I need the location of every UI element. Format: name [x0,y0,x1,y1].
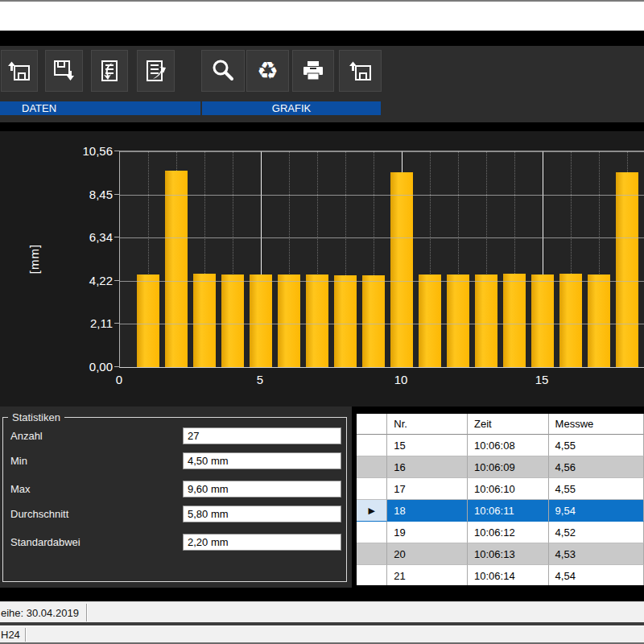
bar-value-1 [137,275,159,367]
stat-value-max[interactable]: 9,60 mm [183,481,341,497]
toolbar: ♻ DATEN [0,46,644,122]
cell-messwert[interactable]: 9,54 [549,500,644,522]
cell-nr[interactable]: 21 [387,565,468,585]
column-header-nr[interactable]: Nr. [387,414,468,435]
table-row[interactable]: 1610:06:094,56 [357,456,644,478]
cell-nr[interactable]: 15 [387,435,468,456]
stat-label-max: Max [10,483,31,495]
cell-zeit[interactable]: 10:06:11 [468,500,549,522]
y-axis-title: [mm] [27,244,41,274]
cell-messwert[interactable]: 4,52 [549,522,644,543]
table-row[interactable]: 1910:06:124,52 [357,522,644,543]
app-window: ♻ DATEN [0,0,644,644]
table-row[interactable]: 2110:06:144,54 [357,565,644,585]
cell-zeit[interactable]: 10:06:08 [468,435,549,456]
cell-nr[interactable]: 18 [387,500,468,522]
x-tick-label: 0 [99,373,139,386]
column-header-zeit[interactable]: Zeit [468,414,549,435]
separator-band [0,122,644,131]
document-arrow-in-icon [97,58,122,84]
column-header-messwert[interactable]: Messwe [549,414,644,435]
bar-value-10 [390,172,413,367]
row-header-cell[interactable] [357,522,387,543]
refresh-graph-button[interactable]: ♻ [246,50,289,92]
row-header-cell[interactable] [357,478,387,500]
horizontal-gridline [120,237,644,238]
y-tick-mark [114,366,120,367]
bar-value-12 [447,275,469,367]
table-row[interactable]: 2010:06:134,53 [357,543,644,565]
cell-messwert[interactable]: 4,55 [549,478,644,500]
statusbar-device: H24 [0,625,644,643]
printer-icon [300,58,326,84]
stat-value-min[interactable]: 4,50 mm [183,452,341,469]
cell-zeit[interactable]: 10:06:13 [468,543,549,565]
cell-messwert[interactable]: 4,55 [549,435,644,456]
y-tick-label: 4,22 [48,274,113,287]
table-corner-cell[interactable] [357,414,387,435]
y-tick-label: 10,56 [48,144,113,158]
print-graph-button[interactable] [292,50,334,92]
stat-value-anzahl[interactable]: 27 [183,427,341,444]
save-data-button[interactable] [45,50,83,92]
group-label-daten: DATEN [0,101,200,115]
stat-value-durchschnitt[interactable]: 5,80 mm [183,506,341,522]
cell-nr[interactable]: 17 [387,478,468,500]
measurement-chart: [mm] 0,002,114,226,348,4510,56051015 [0,131,644,407]
bar-value-3 [193,274,216,367]
cell-zeit[interactable]: 10:06:14 [468,565,549,585]
bar-value-13 [475,275,497,367]
device-id-text: H24 [0,629,20,641]
table-row[interactable]: 1710:06:104,55 [357,478,644,500]
cell-zeit[interactable]: 10:06:10 [468,478,549,500]
cell-nr[interactable]: 20 [387,543,468,565]
stat-label-anzahl: Anzahl [10,430,43,442]
row-header-cell[interactable] [357,565,387,585]
floppy-arrow-up-icon [6,58,32,84]
daten-label: DATEN [22,102,56,114]
table-header-row: Nr.ZeitMesswe [357,414,644,435]
y-tick-label: 0,00 [48,360,113,374]
cell-messwert[interactable]: 4,56 [549,456,644,478]
import-data-button[interactable] [91,50,128,92]
stat-label-durchschnitt: Durchschnitt [10,508,68,520]
bar-value-16 [559,274,582,367]
bar-value-7 [306,275,328,367]
save-graph-button[interactable] [339,50,382,92]
plot-area[interactable] [119,151,644,368]
statusbar-separator [25,628,26,642]
lower-region: Statistiken Anzahl27Min4,50 mmMax9,60 mm… [0,407,644,601]
cell-messwert[interactable]: 4,54 [549,565,644,585]
cell-zeit[interactable]: 10:06:12 [468,522,549,543]
magnifier-icon [210,58,236,84]
bar-value-14 [503,274,526,367]
stat-value-standardabwei[interactable]: 2,20 mm [183,534,341,551]
bar-value-15 [531,275,554,367]
grafik-label: GRAFIK [272,102,311,114]
y-tick-label: 2,11 [48,316,113,330]
export-data-button[interactable] [137,50,175,92]
zoom-graph-button[interactable] [201,50,245,92]
row-header-cell[interactable] [357,435,387,456]
measurement-table[interactable]: Nr.ZeitMesswe1510:06:084,551610:06:094,5… [357,414,644,585]
row-header-cell[interactable] [357,456,387,478]
cell-nr[interactable]: 19 [387,522,468,543]
table-row[interactable]: 1510:06:084,55 [357,435,644,456]
bar-value-9 [362,275,385,367]
x-tick-label: 15 [522,373,562,386]
statusbar-series: eihe: 30.04.2019 [0,601,644,623]
cell-zeit[interactable]: 10:06:09 [468,456,549,478]
cell-nr[interactable]: 16 [387,456,468,478]
open-data-button[interactable] [1,50,38,92]
row-header-cell[interactable]: ▶ [357,500,387,522]
horizontal-gridline [120,324,644,324]
row-header-cell[interactable] [357,543,387,565]
separator-band [0,31,644,46]
x-tick-label: 10 [381,373,421,386]
statistics-panel: Statistiken Anzahl27Min4,50 mmMax9,60 mm… [0,407,352,593]
table-row[interactable]: ▶1810:06:119,54 [357,500,644,522]
floppy-arrow-down-icon [52,58,77,84]
x-tick-label: 5 [240,373,280,386]
cell-messwert[interactable]: 4,53 [549,543,644,565]
y-tick-mark [114,194,120,195]
